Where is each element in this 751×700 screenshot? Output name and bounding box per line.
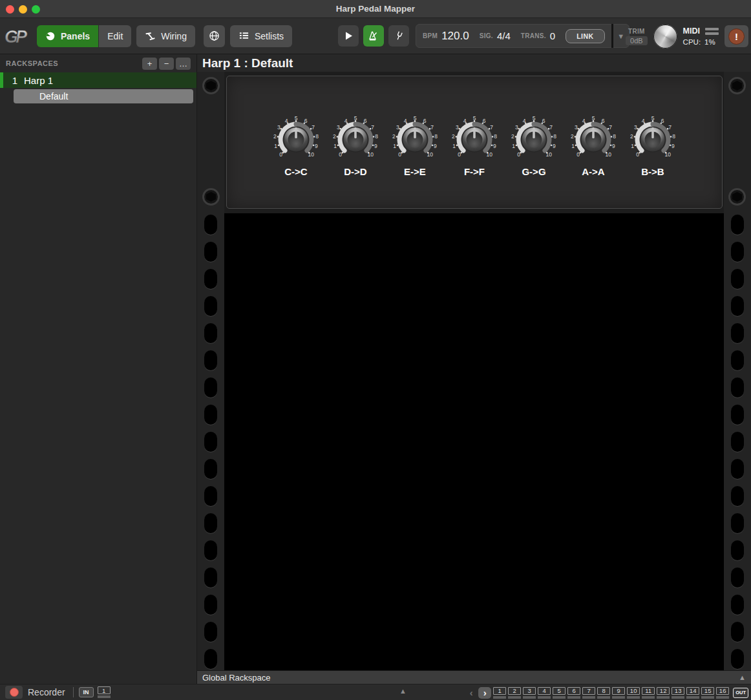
global-trim-knob[interactable] bbox=[653, 25, 677, 48]
page-button[interactable]: 15 bbox=[701, 687, 714, 699]
metronome-icon bbox=[368, 30, 379, 42]
window-titlebar: Harp Pedal Mapper bbox=[0, 0, 751, 18]
pedal-knob[interactable]: 012345678910 F->F bbox=[445, 115, 504, 208]
rack-rail-slot bbox=[204, 540, 217, 560]
svg-text:10: 10 bbox=[427, 151, 434, 158]
page-button-label: 9 bbox=[612, 687, 625, 695]
svg-text:9: 9 bbox=[553, 143, 556, 149]
page-button[interactable]: 14 bbox=[686, 687, 699, 699]
global-view-button[interactable] bbox=[204, 25, 225, 47]
global-rackspace-bar[interactable]: Global Rackspace ▲ bbox=[197, 670, 751, 684]
page-button[interactable]: 13 bbox=[672, 687, 684, 699]
remove-rackspace-button[interactable]: − bbox=[159, 58, 174, 70]
recorder-button[interactable] bbox=[5, 686, 23, 699]
pedal-knob[interactable]: 012345678910 A->A bbox=[564, 115, 623, 208]
page-button[interactable]: 16 bbox=[716, 687, 729, 699]
next-page-button[interactable]: › bbox=[478, 687, 491, 699]
rack-rail-slot bbox=[204, 622, 217, 642]
pedal-knob[interactable]: 012345678910 G->G bbox=[504, 115, 564, 208]
signature-display[interactable]: SIG. 4/4 bbox=[480, 30, 511, 41]
page-button[interactable]: 7 bbox=[582, 687, 595, 699]
bpm-label: BPM bbox=[423, 32, 438, 39]
rackspace-more-button[interactable]: … bbox=[176, 58, 191, 70]
pedal-knob[interactable]: 012345678910 C->C bbox=[266, 115, 326, 208]
page-button[interactable]: 12 bbox=[657, 687, 670, 699]
page-button[interactable]: 1 bbox=[493, 687, 506, 699]
tab-wiring[interactable]: Wiring bbox=[136, 25, 195, 47]
rack-rail-slot bbox=[204, 323, 217, 343]
svg-text:7: 7 bbox=[312, 124, 315, 131]
svg-text:8: 8 bbox=[613, 133, 616, 140]
panic-button[interactable]: ! bbox=[725, 25, 748, 47]
maximize-window-icon[interactable] bbox=[32, 5, 40, 14]
bpm-display[interactable]: BPM 120.0 bbox=[423, 30, 469, 43]
add-rackspace-button[interactable]: + bbox=[142, 58, 157, 70]
pedal-knob[interactable]: 012345678910 D->D bbox=[326, 115, 385, 208]
page-button[interactable]: 3 bbox=[523, 687, 536, 699]
svg-text:4: 4 bbox=[285, 118, 288, 124]
page-buttons: 1 2 3 4 5 6 7 8 9 bbox=[493, 687, 729, 699]
page-button[interactable]: 2 bbox=[508, 687, 521, 699]
play-button[interactable] bbox=[338, 25, 359, 47]
page-button[interactable]: 4 bbox=[538, 687, 551, 699]
pedal-knob[interactable]: 012345678910 B->B bbox=[623, 115, 682, 208]
tab-edit-label: Edit bbox=[107, 31, 123, 41]
rack-rail-slot bbox=[731, 350, 744, 370]
rackspace-titlebar: Harp 1 : Default bbox=[197, 54, 751, 72]
page-button-indicator bbox=[672, 696, 684, 699]
variation-item-selected[interactable]: Default bbox=[14, 89, 193, 103]
rackspace-item-selected[interactable]: 1 Harp 1 bbox=[0, 72, 196, 88]
page-button[interactable]: 10 bbox=[627, 687, 640, 699]
svg-text:10: 10 bbox=[546, 151, 553, 158]
statusbar-expand-icon[interactable]: ▲ bbox=[399, 687, 407, 695]
page-button-label: 5 bbox=[553, 687, 566, 695]
page-button-label: 14 bbox=[686, 687, 699, 695]
midi-activity-icon bbox=[705, 28, 719, 35]
minimize-window-icon[interactable] bbox=[19, 5, 27, 14]
rack-rail-slot bbox=[204, 405, 217, 425]
cpu-value: 1% bbox=[704, 38, 715, 46]
transpose-value: 0 bbox=[550, 30, 555, 41]
tab-edit[interactable]: Edit bbox=[99, 25, 131, 47]
svg-text:7: 7 bbox=[430, 124, 434, 131]
cpu-label: CPU: bbox=[683, 38, 701, 46]
page-button-indicator bbox=[612, 696, 625, 699]
page-button[interactable]: 8 bbox=[597, 687, 610, 699]
global-rackspace-label: Global Rackspace bbox=[202, 673, 739, 683]
recorder-in-button[interactable]: IN bbox=[79, 687, 94, 697]
out-button[interactable]: OUT bbox=[733, 688, 748, 698]
svg-text:1: 1 bbox=[571, 143, 575, 149]
window-title: Harp Pedal Mapper bbox=[336, 4, 415, 14]
recorder-track-label: 1 bbox=[98, 686, 111, 694]
global-expand-icon[interactable]: ▲ bbox=[739, 673, 746, 681]
page-button-label: 7 bbox=[582, 687, 595, 695]
rack-rail-slot bbox=[731, 595, 744, 615]
ableton-link-button[interactable]: LINK bbox=[566, 29, 605, 43]
rack-rail-slot bbox=[731, 432, 744, 452]
recorder-track-button[interactable]: 1 bbox=[98, 686, 111, 698]
tab-setlists[interactable]: Setlists bbox=[230, 25, 292, 47]
page-button-indicator bbox=[582, 696, 595, 699]
svg-text:0: 0 bbox=[339, 151, 342, 158]
rack-rail-slot bbox=[204, 296, 217, 316]
page-button-indicator bbox=[523, 696, 536, 699]
main-area: Harp 1 : Default 012345678910 C->C 01234… bbox=[197, 54, 751, 684]
page-button[interactable]: 6 bbox=[567, 687, 580, 699]
page-button[interactable]: 11 bbox=[642, 687, 655, 699]
close-window-icon[interactable] bbox=[6, 5, 14, 14]
page-button[interactable]: 9 bbox=[612, 687, 625, 699]
pedal-knob[interactable]: 012345678910 E->E bbox=[385, 115, 445, 208]
rack-rail-slot bbox=[731, 540, 744, 560]
tuning-fork-icon bbox=[394, 30, 405, 41]
rack-rail-slot bbox=[731, 567, 744, 588]
metronome-button[interactable] bbox=[363, 25, 384, 47]
page-button[interactable]: 5 bbox=[553, 687, 566, 699]
record-icon bbox=[10, 688, 19, 697]
transpose-display[interactable]: TRANS. 0 bbox=[521, 30, 555, 41]
prev-page-button[interactable]: ‹ bbox=[466, 687, 476, 699]
tab-panels[interactable]: Panels bbox=[37, 25, 98, 47]
svg-text:5: 5 bbox=[354, 115, 357, 122]
trim-label: TRIM bbox=[628, 28, 645, 35]
tuner-button[interactable] bbox=[388, 25, 409, 47]
svg-text:9: 9 bbox=[612, 143, 615, 149]
